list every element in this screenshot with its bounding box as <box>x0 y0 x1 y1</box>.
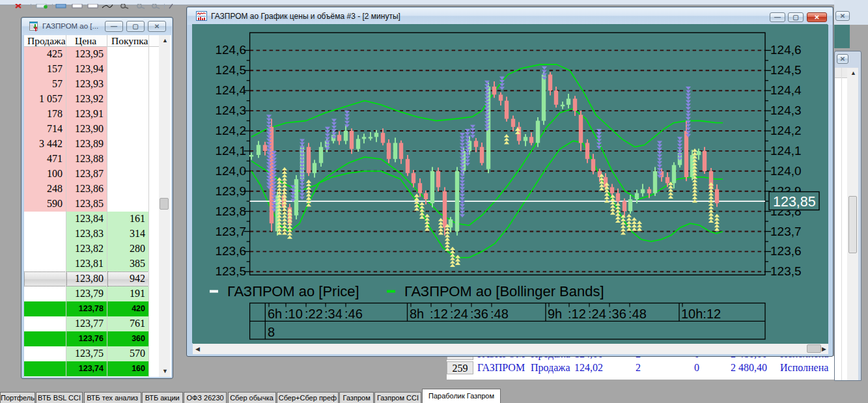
svg-text:10h:12: 10h:12 <box>681 307 721 321</box>
svg-text:124,0: 124,0 <box>770 164 802 178</box>
svg-text::24: :24 <box>450 307 468 321</box>
svg-text:124,0: 124,0 <box>215 164 246 178</box>
svg-text:124,2: 124,2 <box>770 124 802 137</box>
svg-text:8h: 8h <box>410 307 424 321</box>
svg-text::10: :10 <box>285 307 303 321</box>
svg-text::48: :48 <box>490 307 509 321</box>
svg-text:124,2: 124,2 <box>215 124 246 137</box>
svg-text:123,6: 123,6 <box>215 244 246 258</box>
svg-text:123,7: 123,7 <box>215 225 246 238</box>
svg-text:123,9: 123,9 <box>215 184 246 198</box>
svg-text:123,5: 123,5 <box>770 264 802 278</box>
svg-text:9h: 9h <box>548 307 562 321</box>
svg-text:123,7: 123,7 <box>770 225 802 238</box>
svg-text:6h: 6h <box>268 307 282 321</box>
svg-text:124,3: 124,3 <box>770 104 802 117</box>
svg-text::12: :12 <box>430 307 448 321</box>
svg-text::46: :46 <box>344 307 363 321</box>
svg-text:124,3: 124,3 <box>215 104 246 117</box>
svg-text::24: :24 <box>588 307 606 321</box>
svg-text::48: :48 <box>628 307 647 321</box>
svg-text:124,6: 124,6 <box>770 43 802 57</box>
svg-text::34: :34 <box>324 307 343 321</box>
svg-text:123,8: 123,8 <box>215 204 246 218</box>
svg-text:ГАЗПРОМ ао [Price]: ГАЗПРОМ ао [Price] <box>227 283 359 299</box>
svg-text::12: :12 <box>568 307 586 321</box>
svg-text:123,6: 123,6 <box>770 244 802 258</box>
svg-text:124,4: 124,4 <box>770 83 802 97</box>
svg-text:124,1: 124,1 <box>215 144 246 158</box>
svg-text::36: :36 <box>470 307 488 321</box>
svg-text:124,1: 124,1 <box>770 144 802 158</box>
svg-text:8: 8 <box>268 325 275 339</box>
svg-text:123,5: 123,5 <box>215 264 246 278</box>
svg-text:124,4: 124,4 <box>215 83 246 97</box>
svg-text:124,5: 124,5 <box>215 63 246 77</box>
svg-text:123,85: 123,85 <box>773 194 816 210</box>
svg-text:124,5: 124,5 <box>770 63 802 77</box>
svg-text:ГАЗПРОМ ао [Bollinger Bands]: ГАЗПРОМ ао [Bollinger Bands] <box>404 283 604 299</box>
svg-text::36: :36 <box>608 307 626 321</box>
svg-text::22: :22 <box>305 307 323 321</box>
svg-text:124,6: 124,6 <box>215 43 246 57</box>
